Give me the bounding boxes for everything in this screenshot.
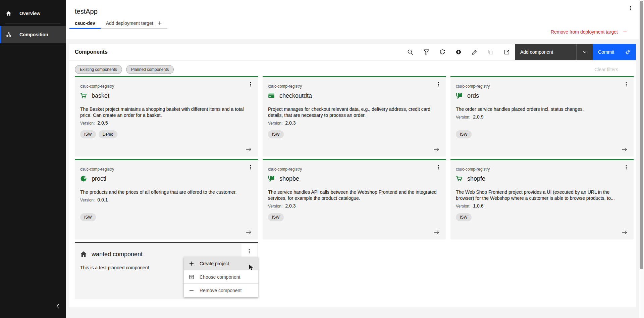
- scrollbar-thumb[interactable]: [640, 1, 643, 269]
- menu-item-remove-component[interactable]: Remove component: [184, 284, 258, 297]
- card-tags: ISW: [80, 213, 96, 221]
- deployment-target-tabs: csuc-dev Add deployment target: [69, 18, 167, 29]
- launch-button[interactable]: [499, 44, 515, 60]
- card-overflow-menu-button[interactable]: [621, 162, 632, 173]
- page-title: testApp: [75, 8, 98, 15]
- remove-from-deployment-target-link[interactable]: Remove from deployment target: [551, 29, 627, 35]
- filters-row: Existing components Planned components C…: [69, 60, 636, 74]
- box-icon: [189, 274, 194, 280]
- card-version: Version: 1.0.6: [456, 203, 628, 209]
- renew-icon: [439, 49, 445, 55]
- version-label: Version:: [456, 115, 470, 120]
- arrow-right-icon[interactable]: [246, 229, 252, 235]
- search-icon: [407, 49, 413, 55]
- card-version: Version: 2.0.9: [456, 114, 628, 120]
- components-title: Components: [75, 49, 108, 55]
- sidebar-collapse-button[interactable]: [52, 301, 64, 312]
- card-registry: csuc-comp-registry: [268, 84, 440, 89]
- vertical-scrollbar[interactable]: [639, 0, 644, 318]
- sidebar-item-composition[interactable]: Composition: [0, 26, 66, 43]
- arrow-right-icon[interactable]: [246, 146, 252, 152]
- card-overflow-menu-button[interactable]: [245, 162, 256, 173]
- filter-tag-planned[interactable]: Planned components: [126, 65, 174, 74]
- component-card-checkoutdta[interactable]: csuc-comp-registry checkoutdta Project m…: [263, 76, 446, 156]
- arrow-right-icon[interactable]: [434, 229, 440, 235]
- menu-item-choose-component[interactable]: Choose component: [184, 270, 258, 284]
- commit-button[interactable]: Commit: [593, 44, 636, 60]
- kebab-icon: [624, 82, 629, 87]
- filter-button[interactable]: [418, 44, 434, 60]
- version-label: Version:: [80, 198, 95, 202]
- card-overflow-menu-button[interactable]: [241, 244, 257, 258]
- filter-tag-existing[interactable]: Existing components: [75, 65, 122, 74]
- delivery-icon: [268, 175, 275, 182]
- kebab-icon: [248, 165, 253, 170]
- card-overflow-menu-button[interactable]: [621, 79, 632, 90]
- minus-icon: [623, 30, 627, 34]
- home-icon: [6, 11, 11, 16]
- card-overflow-menu-button[interactable]: [433, 79, 444, 90]
- commit-label: Commit: [598, 49, 614, 55]
- card-description: The products and the prices of all offer…: [80, 189, 252, 195]
- card-overflow-menu-button[interactable]: [245, 79, 256, 90]
- clear-filters-link: Clear filters: [594, 67, 618, 72]
- composition-icon: [6, 32, 11, 37]
- launch-icon: [504, 49, 510, 55]
- card-name: checkoutdta: [279, 92, 312, 99]
- card-overflow-menu-button[interactable]: [433, 162, 444, 173]
- card-overflow-context-menu: Create project Choose component Remove c…: [184, 257, 258, 297]
- version-value: 2.0.3: [285, 120, 296, 126]
- page-overflow-menu-button[interactable]: [625, 3, 636, 13]
- tab-csuc-dev[interactable]: csuc-dev: [69, 18, 101, 29]
- component-card-basket[interactable]: csuc-comp-registry basket The Basket pro…: [75, 76, 258, 156]
- component-card-shopbe[interactable]: csuc-comp-registry shopbe The service ha…: [263, 159, 446, 239]
- settings-icon: [455, 49, 462, 55]
- card-description: The Web Shop Frontend project provides a…: [456, 189, 628, 201]
- add-component-dropdown-button[interactable]: [576, 44, 593, 60]
- add-component-button[interactable]: Add component: [515, 44, 576, 60]
- shopping-cart-icon: [456, 175, 463, 182]
- component-card-proctl[interactable]: csuc-comp-registry proctl The products a…: [75, 159, 258, 239]
- edit-button[interactable]: [467, 44, 483, 60]
- arrow-right-icon[interactable]: [434, 146, 440, 152]
- card-registry: csuc-comp-registry: [268, 167, 440, 172]
- components-toolbar: Components: [69, 44, 636, 60]
- search-button[interactable]: [402, 44, 418, 60]
- refresh-button[interactable]: [434, 44, 450, 60]
- arrow-right-icon[interactable]: [622, 146, 628, 152]
- tag: ISW: [80, 130, 96, 138]
- card-registry: csuc-comp-registry: [80, 167, 253, 172]
- card-tags: ISW: [456, 213, 472, 221]
- card-name: basket: [92, 92, 109, 99]
- card-registry: csuc-comp-registry: [456, 84, 628, 89]
- card-version: Version: 2.0.3: [268, 120, 440, 126]
- card-name: ords: [467, 92, 479, 99]
- component-card-ords[interactable]: csuc-comp-registry ords The order servic…: [450, 76, 634, 156]
- settings-button[interactable]: [450, 44, 467, 60]
- sidebar: Overview Composition: [0, 0, 66, 318]
- main-area: testApp csuc-dev Add deployment target R…: [66, 0, 644, 318]
- version-value: 2.0.9: [473, 114, 483, 120]
- card-tags: ISW: [456, 130, 472, 138]
- menu-item-label: Remove component: [200, 288, 241, 293]
- kebab-icon: [624, 165, 629, 170]
- kebab-icon: [436, 82, 441, 87]
- arrow-right-icon[interactable]: [622, 229, 628, 235]
- sidebar-item-overview[interactable]: Overview: [0, 5, 66, 21]
- tab-label: csuc-dev: [75, 20, 95, 26]
- chevron-down-icon: [582, 49, 587, 55]
- card-title-row: shopfe: [456, 174, 628, 183]
- card-registry: csuc-comp-registry: [456, 167, 628, 172]
- kebab-icon: [436, 165, 441, 170]
- menu-item-create-project[interactable]: Create project: [184, 257, 258, 270]
- sidebar-item-label: Composition: [19, 32, 48, 37]
- sidebar-divider: [5, 24, 60, 24]
- remove-link-label: Remove from deployment target: [551, 29, 618, 35]
- tag: ISW: [268, 213, 284, 221]
- menu-item-label: Create project: [200, 261, 229, 266]
- tab-add-deployment-target[interactable]: Add deployment target: [101, 18, 167, 29]
- tag: ISW: [268, 130, 284, 138]
- component-card-shopfe[interactable]: csuc-comp-registry shopfe The Web Shop F…: [450, 159, 634, 239]
- rocket-icon: [625, 49, 631, 55]
- components-panel: Components: [69, 44, 636, 307]
